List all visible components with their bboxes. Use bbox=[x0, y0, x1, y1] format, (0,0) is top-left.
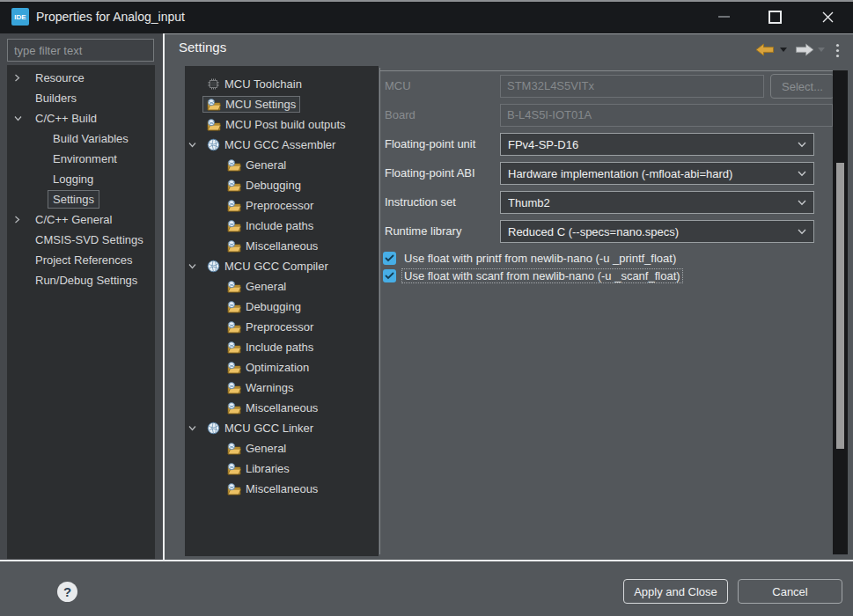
scrollbar-thumb[interactable] bbox=[836, 163, 844, 449]
panel-splitter[interactable] bbox=[163, 33, 165, 560]
tree-item-mcu-toolchain[interactable]: MCU Toolchain bbox=[185, 74, 379, 94]
filter-input[interactable] bbox=[7, 39, 154, 62]
sidebar-item-label: Resource bbox=[30, 69, 90, 87]
tree-item-label: General bbox=[246, 158, 286, 172]
folder-icon bbox=[227, 200, 241, 212]
tree-item-label: Warnings bbox=[246, 381, 293, 394]
tree-item-content: MCU GCC Assembler bbox=[202, 136, 340, 153]
tree-item-content: Miscellaneous bbox=[223, 400, 322, 416]
tree-item-mcu-gcc-linker[interactable]: MCU GCC Linker bbox=[185, 418, 379, 438]
tree-item-label: General bbox=[246, 280, 286, 293]
floating-point-abi-combo[interactable]: Hardware implementation (-mfloat-abi=har… bbox=[500, 162, 814, 185]
tree-item-mcu-gcc-assembler[interactable]: MCU GCC Assembler bbox=[185, 135, 379, 155]
checkbox-checked-icon[interactable] bbox=[383, 252, 396, 265]
chevron-down-icon[interactable] bbox=[14, 115, 30, 121]
chevron-down-icon[interactable] bbox=[188, 425, 202, 431]
sidebar-item-c-c-build[interactable]: C/C++ Build bbox=[7, 108, 155, 128]
board-field: B-L4S5I-IOT01A bbox=[500, 104, 833, 127]
tree-item-label: Miscellaneous bbox=[246, 401, 318, 414]
help-button[interactable]: ? bbox=[57, 582, 77, 602]
tree-item-preprocessor[interactable]: Preprocessor bbox=[185, 317, 379, 337]
page-title: Settings bbox=[179, 40, 226, 55]
tree-item-label: MCU Settings bbox=[225, 98, 296, 111]
tree-item-label: MCU GCC Assembler bbox=[224, 138, 335, 151]
tree-item-mcu-post-build-outputs[interactable]: MCU Post build outputs bbox=[185, 114, 379, 135]
floating-point-abi-label: Floating-point ABI bbox=[385, 162, 475, 185]
printf-float-checkbox-row[interactable]: Use float with printf from newlib-nano (… bbox=[383, 251, 678, 265]
sidebar-item-logging[interactable]: Logging bbox=[7, 169, 155, 189]
forward-history-dropdown[interactable] bbox=[818, 48, 825, 52]
scanf-float-checkbox-row[interactable]: Use float with scanf from newlib-nano (-… bbox=[383, 268, 682, 282]
sidebar-item-label: Project References bbox=[30, 251, 138, 269]
tree-item-miscellaneous[interactable]: Miscellaneous bbox=[185, 479, 379, 499]
tree-item-content: Include paths bbox=[223, 339, 318, 356]
tree-item-content: MCU Post build outputs bbox=[202, 116, 350, 133]
tree-item-label: Debugging bbox=[246, 300, 301, 313]
minimize-icon bbox=[718, 16, 730, 18]
tree-item-miscellaneous[interactable]: Miscellaneous bbox=[185, 236, 379, 256]
tree-item-label: MCU GCC Compiler bbox=[224, 260, 328, 273]
cancel-button[interactable]: Cancel bbox=[738, 579, 842, 604]
forward-button[interactable] bbox=[795, 43, 814, 56]
tree-item-content: Libraries bbox=[223, 460, 294, 477]
back-button[interactable] bbox=[755, 43, 775, 56]
tree-item-include-paths[interactable]: Include paths bbox=[185, 216, 379, 236]
folder-icon bbox=[207, 119, 221, 131]
tree-item-general[interactable]: General bbox=[185, 276, 379, 297]
sidebar-item-run-debug-settings[interactable]: Run/Debug Settings bbox=[7, 270, 155, 290]
tree-item-label: MCU Toolchain bbox=[224, 77, 302, 91]
tree-item-label: Optimization bbox=[246, 361, 309, 374]
tree-item-mcu-gcc-compiler[interactable]: MCU GCC Compiler bbox=[185, 256, 379, 276]
sidebar-item-environment[interactable]: Environment bbox=[7, 149, 155, 169]
tree-item-general[interactable]: General bbox=[185, 438, 379, 458]
tree-item-libraries[interactable]: Libraries bbox=[185, 458, 379, 479]
sidebar-item-c-c-general[interactable]: C/C++ General bbox=[7, 209, 155, 230]
maximize-button[interactable] bbox=[756, 0, 793, 33]
divider bbox=[380, 70, 833, 71]
tree-item-content: Miscellaneous bbox=[223, 238, 322, 254]
minimize-button[interactable] bbox=[705, 0, 742, 33]
floating-point-unit-combo[interactable]: FPv4-SP-D16 bbox=[500, 133, 814, 156]
tree-item-debugging[interactable]: Debugging bbox=[185, 297, 379, 317]
runtime-library-combo[interactable]: Reduced C (--specs=nano.specs) bbox=[500, 220, 814, 243]
close-icon bbox=[822, 11, 834, 23]
chevron-down-icon[interactable] bbox=[188, 263, 202, 269]
sidebar-item-settings[interactable]: Settings bbox=[7, 189, 155, 209]
tool-sphere-icon bbox=[207, 422, 220, 435]
folder-icon bbox=[227, 220, 241, 232]
chevron-down-icon[interactable] bbox=[188, 142, 202, 148]
sidebar-item-resource[interactable]: Resource bbox=[7, 68, 155, 88]
view-menu-button[interactable] bbox=[835, 43, 840, 58]
checkbox-checked-icon[interactable] bbox=[383, 269, 396, 282]
tree-item-preprocessor[interactable]: Preprocessor bbox=[185, 195, 379, 216]
tree-item-content: MCU GCC Linker bbox=[202, 420, 318, 436]
tree-item-optimization[interactable]: Optimization bbox=[185, 357, 379, 378]
tree-item-general[interactable]: General bbox=[185, 155, 379, 175]
tree-item-include-paths[interactable]: Include paths bbox=[185, 337, 379, 357]
instruction-set-combo[interactable]: Thumb2 bbox=[500, 191, 814, 214]
scrollbar-track[interactable] bbox=[833, 70, 848, 554]
back-history-dropdown[interactable] bbox=[780, 48, 787, 52]
tree-item-debugging[interactable]: Debugging bbox=[185, 175, 379, 195]
checkbox-label: Use float with scanf from newlib-nano (-… bbox=[402, 269, 682, 282]
sidebar-item-build-variables[interactable]: Build Variables bbox=[7, 128, 155, 149]
close-button[interactable] bbox=[809, 0, 846, 33]
sidebar-item-builders[interactable]: Builders bbox=[7, 88, 155, 108]
floating-point-unit-label: Floating-point unit bbox=[385, 133, 475, 156]
folder-icon bbox=[227, 483, 241, 495]
chevron-down-icon bbox=[818, 48, 825, 52]
tree-item-mcu-settings[interactable]: MCU Settings bbox=[185, 94, 379, 114]
titlebar[interactable]: IDE Properties for Analog_input bbox=[0, 0, 853, 33]
sidebar-item-cmsis-svd-settings[interactable]: CMSIS-SVD Settings bbox=[7, 230, 155, 250]
tree-item-warnings[interactable]: Warnings bbox=[185, 378, 379, 398]
sidebar-item-label: C/C++ Build bbox=[30, 109, 102, 128]
chevron-right-icon[interactable] bbox=[14, 216, 30, 224]
mcu-label: MCU bbox=[385, 75, 411, 98]
sidebar-item-project-references[interactable]: Project References bbox=[7, 250, 155, 270]
mcu-field: STM32L4S5VITx bbox=[500, 75, 764, 98]
chevron-right-icon[interactable] bbox=[14, 74, 30, 82]
tree-item-miscellaneous[interactable]: Miscellaneous bbox=[185, 398, 379, 418]
chip-icon bbox=[207, 77, 220, 91]
sidebar-item-label: Build Variables bbox=[48, 129, 134, 148]
apply-and-close-button[interactable]: Apply and Close bbox=[623, 579, 728, 604]
